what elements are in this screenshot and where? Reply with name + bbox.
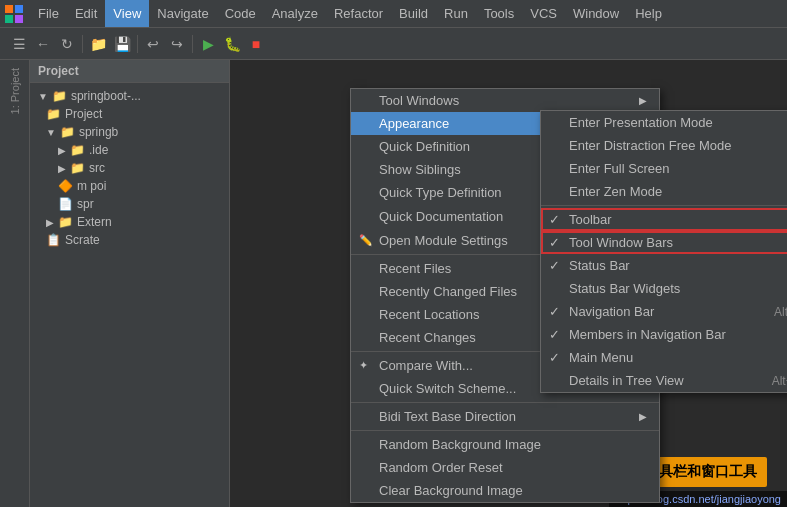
menu-analyze[interactable]: Analyze [264, 0, 326, 27]
sidebar: 1: Project [0, 60, 30, 507]
menu-item-label: Quick Type Definition [379, 185, 502, 200]
menu-build[interactable]: Build [391, 0, 436, 27]
sub-menu-item-members-in-nav[interactable]: ✓ Members in Navigation Bar [541, 323, 787, 346]
menu-item-bidi-text[interactable]: Bidi Text Base Direction ▶ [351, 405, 659, 428]
tree-item-springb[interactable]: ▼ 📁 springb [30, 123, 229, 141]
check-icon: ✓ [549, 327, 560, 342]
folder-icon: 📁 [60, 125, 75, 139]
menu-item-label: Quick Definition [379, 139, 470, 154]
folder-icon: 📁 [52, 89, 67, 103]
content-area: Tool Windows ▶ Appearance ▶ Quick Defini… [230, 60, 787, 507]
toolbar-divider-3 [192, 35, 193, 53]
folder-icon: 📁 [46, 107, 61, 121]
check-icon: ✓ [549, 258, 560, 273]
sub-menu-item-status-bar-widgets[interactable]: Status Bar Widgets ▶ [541, 277, 787, 300]
toolbar-icon-refresh[interactable]: ↻ [56, 33, 78, 55]
menu-item-random-order-reset[interactable]: Random Order Reset [351, 456, 659, 479]
toolbar-icon-redo[interactable]: ↪ [166, 33, 188, 55]
sub-menu-item-presentation-mode[interactable]: Enter Presentation Mode [541, 111, 787, 134]
toolbar-icon-menu[interactable]: ☰ [8, 33, 30, 55]
menu-item-label: Recent Changes [379, 330, 476, 345]
menu-item-label: Bidi Text Base Direction [379, 409, 516, 424]
toolbar-icon-folder[interactable]: 📁 [87, 33, 109, 55]
menu-help[interactable]: Help [627, 0, 670, 27]
tree-item-scrate[interactable]: 📋 Scrate [30, 231, 229, 249]
project-panel-header: Project [30, 60, 229, 83]
menu-tools[interactable]: Tools [476, 0, 522, 27]
tree-item-label: springb [79, 125, 118, 139]
sub-menu-item-status-bar[interactable]: ✓ Status Bar [541, 254, 787, 277]
main-layout: 1: Project Project ▼ 📁 springboot-... 📁 … [0, 60, 787, 507]
menu-refactor[interactable]: Refactor [326, 0, 391, 27]
sub-menu-shortcut: Alt+Home [774, 305, 787, 319]
toolbar-icon-run[interactable]: ▶ [197, 33, 219, 55]
sub-menu-item-label: Enter Presentation Mode [569, 115, 713, 130]
menu-item-random-background[interactable]: Random Background Image [351, 433, 659, 456]
tree-item-label: springboot-... [71, 89, 141, 103]
toolbar-icon-undo[interactable]: ↩ [142, 33, 164, 55]
check-icon: ✓ [549, 304, 560, 319]
sub-menu-item-label: Members in Navigation Bar [569, 327, 726, 342]
sub-menu-item-toolbar[interactable]: ✓ Toolbar [541, 208, 787, 231]
tree-item-src[interactable]: ▶ 📁 src [30, 159, 229, 177]
sub-menu-item-navigation-bar[interactable]: ✓ Navigation Bar Alt+Home [541, 300, 787, 323]
toolbar-icons: ☰ ← ↻ 📁 💾 ↩ ↪ ▶ 🐛 ■ [4, 33, 271, 55]
sub-menu-item-details-in-tree[interactable]: Details in Tree View Alt+Shift+\ [541, 369, 787, 392]
sub-menu-item-main-menu[interactable]: ✓ Main Menu [541, 346, 787, 369]
tree-item-label: Project [65, 107, 102, 121]
menu-item-label: Show Siblings [379, 162, 461, 177]
sub-menu-item-label: Enter Full Screen [569, 161, 669, 176]
appearance-submenu[interactable]: Enter Presentation Mode Enter Distractio… [540, 110, 787, 393]
toolbar-icon-back[interactable]: ← [32, 33, 54, 55]
menu-item-label: Open Module Settings [379, 233, 508, 248]
sidebar-project-label: 1: Project [7, 64, 23, 118]
check-icon: ✓ [549, 212, 560, 227]
sub-menu-item-label: Navigation Bar [569, 304, 654, 319]
tree-item-label: spr [77, 197, 94, 211]
tree-item-root[interactable]: ▼ 📁 springboot-... [30, 87, 229, 105]
star-icon: ✦ [359, 359, 368, 372]
sub-menu-item-label: Details in Tree View [569, 373, 684, 388]
tree-item-extern[interactable]: ▶ 📁 Extern [30, 213, 229, 231]
sub-menu-item-distraction-free[interactable]: Enter Distraction Free Mode [541, 134, 787, 157]
tree-item-label: .ide [89, 143, 108, 157]
menu-item-label: Recent Locations [379, 307, 479, 322]
tree-item-spr[interactable]: 📄 spr [30, 195, 229, 213]
menu-code[interactable]: Code [217, 0, 264, 27]
toolbar-icon-debug[interactable]: 🐛 [221, 33, 243, 55]
tree-arrow: ▼ [38, 91, 48, 102]
menu-view[interactable]: View [105, 0, 149, 27]
sub-menu-item-label: Status Bar [569, 258, 630, 273]
tree-item-label: Extern [77, 215, 112, 229]
check-icon: ✓ [549, 235, 560, 250]
sub-menu-item-zen-mode[interactable]: Enter Zen Mode [541, 180, 787, 203]
folder-icon: 📁 [58, 215, 73, 229]
menu-item-label: Recently Changed Files [379, 284, 517, 299]
tree-item-ide[interactable]: ▶ 📁 .ide [30, 141, 229, 159]
menu-vcs[interactable]: VCS [522, 0, 565, 27]
menu-item-clear-background[interactable]: Clear Background Image [351, 479, 659, 502]
toolbar-icon-stop[interactable]: ■ [245, 33, 267, 55]
tree-arrow: ▶ [58, 163, 66, 174]
menu-item-label: Recent Files [379, 261, 451, 276]
file-icon: 📄 [58, 197, 73, 211]
menu-window[interactable]: Window [565, 0, 627, 27]
menu-item-label: Appearance [379, 116, 449, 131]
menu-navigate[interactable]: Navigate [149, 0, 216, 27]
sub-menu-item-tool-window-bars[interactable]: ✓ Tool Window Bars [541, 231, 787, 254]
menu-edit[interactable]: Edit [67, 0, 105, 27]
menu-item-label: Quick Documentation [379, 209, 503, 224]
menu-run[interactable]: Run [436, 0, 476, 27]
sub-menu-item-full-screen[interactable]: Enter Full Screen [541, 157, 787, 180]
toolbar-divider-2 [137, 35, 138, 53]
sub-menu-item-label: Status Bar Widgets [569, 281, 680, 296]
tree-arrow: ▼ [46, 127, 56, 138]
tree-item-project[interactable]: 📁 Project [30, 105, 229, 123]
tree-item-poi[interactable]: 🔶 m poi [30, 177, 229, 195]
menu-file[interactable]: File [30, 0, 67, 27]
folder-icon: 📁 [70, 161, 85, 175]
check-icon: ✓ [549, 350, 560, 365]
menu-separator-3 [351, 402, 659, 403]
menu-item-tool-windows[interactable]: Tool Windows ▶ [351, 89, 659, 112]
toolbar-icon-save[interactable]: 💾 [111, 33, 133, 55]
